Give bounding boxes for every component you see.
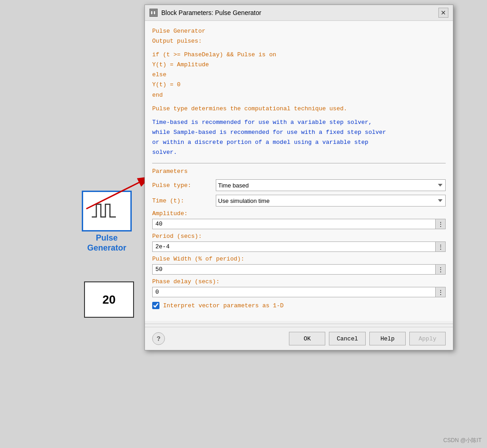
title-bar-left: Block Parameters: Pulse Generator [149,9,261,17]
dialog-icon [149,9,158,17]
svg-rect-2 [151,11,153,15]
amplitude-input[interactable] [153,219,435,229]
desc-code3: else [152,70,446,80]
period-menu-btn[interactable]: ⋮ [435,242,445,251]
desc-line1: Pulse Generator [152,26,446,36]
apply-button[interactable]: Apply [409,332,446,345]
period-input[interactable] [153,242,435,251]
svg-rect-3 [154,11,155,15]
params-section: Parameters Pulse type: Time based Sample… [152,163,446,309]
pg-icon-box [82,191,132,231]
button-bar: ? OK Cancel Help Apply [145,327,453,350]
params-title: Parameters [152,168,446,175]
period-row: Period (secs): ⋮ [152,233,446,252]
checkbox-label: Interpret vector parameters as 1-D [163,302,283,309]
ok-button[interactable]: OK [289,332,325,345]
phase-delay-label: Phase delay (secs): [152,278,446,285]
pulse-width-menu-btn[interactable]: ⋮ [435,265,445,274]
help-button[interactable]: Help [369,332,406,345]
amplitude-menu-btn[interactable]: ⋮ [435,219,445,229]
dialog-content: Pulse Generator Output pulses: if (t >= … [145,21,453,321]
time-dropdown[interactable]: Use simulation time Use external signal [216,195,446,207]
desc-code5: end [152,90,446,100]
description-block: Pulse Generator Output pulses: if (t >= … [152,26,446,158]
phase-delay-input[interactable] [153,287,435,297]
desc-note: Time-based is recommended for use with a… [152,118,446,158]
desc-code4: Y(t) = 0 [152,80,446,90]
pulse-type-row: Pulse type: Time based Sample based [152,179,446,191]
pulse-width-label: Pulse Width (% of period): [152,256,446,262]
watermark: CSDN @小陈IT [443,437,482,444]
dialog-title: Block Parameters: Pulse Generator [161,9,261,16]
title-bar[interactable]: Block Parameters: Pulse Generator ✕ [145,5,453,21]
number-block: 20 [84,281,134,318]
desc-line4: Pulse type determines the computational … [152,104,446,114]
pulse-type-dropdown[interactable]: Time based Sample based [216,179,446,191]
amplitude-row: Amplitude: ⋮ [152,210,446,229]
time-label: Time (t): [152,197,211,204]
desc-code2: Y(t) = Amplitude [152,60,446,70]
btn-group: OK Cancel Help Apply [289,332,446,345]
divider [145,324,453,324]
pulse-type-label: Pulse type: [152,182,211,189]
period-input-wrapper: ⋮ [152,241,446,252]
pulse-width-row: Pulse Width (% of period): ⋮ [152,256,446,275]
cancel-button[interactable]: Cancel [329,332,366,345]
pulse-generator-block: Pulse Generator [82,191,132,253]
vector-params-checkbox[interactable] [152,302,159,309]
phase-delay-input-wrapper: ⋮ [152,287,446,297]
time-row: Time (t): Use simulation time Use extern… [152,195,446,207]
checkbox-row: Interpret vector parameters as 1-D [152,302,446,309]
close-button[interactable]: ✕ [438,8,448,18]
desc-code1: if (t >= PhaseDelay) && Pulse is on [152,50,446,60]
phase-delay-menu-btn[interactable]: ⋮ [435,287,445,297]
pulse-width-input[interactable] [153,265,435,274]
help-icon-button[interactable]: ? [152,332,165,345]
period-label: Period (secs): [152,233,446,240]
dialog-window: Block Parameters: Pulse Generator ✕ Puls… [144,5,453,350]
pg-label: Pulse Generator [87,233,126,253]
amplitude-input-wrapper: ⋮ [152,219,446,229]
amplitude-label: Amplitude: [152,210,446,217]
pulse-width-input-wrapper: ⋮ [152,264,446,275]
desc-line2: Output pulses: [152,36,446,46]
phase-delay-row: Phase delay (secs): ⋮ [152,278,446,297]
